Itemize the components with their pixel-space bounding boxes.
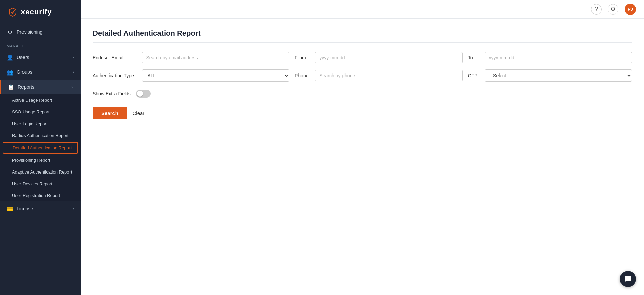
detailed-auth-label: Detailed Authentication Report [13,145,72,150]
page-title: Detailed Authentication Report [93,29,632,43]
user-login-label: User Login Report [12,121,48,126]
sidebar-item-license-label: License [17,206,33,211]
sidebar-item-reports[interactable]: 📋 Reports ∨ [0,80,81,94]
main-area: ? ⚙ PJ Detailed Authentication Report En… [81,0,644,295]
content-area: Detailed Authentication Report Enduser E… [81,19,644,295]
show-extra-fields-toggle-wrapper[interactable] [136,90,151,98]
show-extra-fields-label: Show Extra Fields [93,91,131,96]
from-date-input[interactable] [315,52,462,63]
chevron-right-icon-groups: › [73,70,74,75]
search-button[interactable]: Search [93,107,127,119]
sidebar-sub-sso-usage[interactable]: SSO Usage Report [0,106,81,118]
phone-label: Phone: [295,73,310,78]
provisioning-icon: ⚙ [7,29,13,35]
settings-button[interactable]: ⚙ [608,4,618,15]
sidebar-item-reports-label: Reports [18,84,34,90]
phone-input[interactable] [315,70,462,81]
radius-auth-label: Radius Authentication Report [12,133,68,138]
help-button[interactable]: ? [591,4,602,15]
extra-fields-row: Show Extra Fields [93,90,632,98]
chevron-down-icon-reports: ∨ [71,85,74,89]
chat-icon [624,275,632,283]
sidebar-sub-active-usage[interactable]: Active Usage Report [0,94,81,106]
sidebar-sub-radius-auth[interactable]: Radius Authentication Report [0,130,81,141]
brand-logo-icon [7,6,19,18]
logo-area: xecurify [0,0,81,24]
toggle-label[interactable] [136,90,151,98]
user-avatar[interactable]: PJ [625,4,636,15]
auth-type-select[interactable]: ALL PASSWORD OTP TOTP [142,69,289,82]
sidebar-sub-user-devices[interactable]: User Devices Report [0,178,81,190]
search-form: Enduser Email: From: To: Authentication … [93,52,632,82]
sidebar-item-groups[interactable]: 👥 Groups › [0,65,81,80]
otp-label: OTP: [468,73,479,78]
sidebar-sub-adaptive-auth[interactable]: Adaptive Authentication Report [0,166,81,178]
adaptive-auth-label: Adaptive Authentication Report [12,169,72,175]
active-usage-label: Active Usage Report [12,98,52,103]
sidebar-item-provisioning[interactable]: ⚙ Provisioning [0,24,81,39]
to-date-input[interactable] [485,52,632,63]
to-label: To: [468,55,479,60]
user-registration-label: User Registration Report [12,193,60,198]
sidebar-sub-user-registration[interactable]: User Registration Report [0,190,81,201]
sidebar-item-license[interactable]: 💳 License › [0,201,81,216]
sidebar-sub-user-login[interactable]: User Login Report [0,118,81,130]
chevron-right-icon-license: › [73,206,74,211]
groups-icon: 👥 [7,69,13,76]
sso-usage-label: SSO Usage Report [12,109,49,114]
clear-button[interactable]: Clear [129,107,149,119]
sidebar-item-provisioning-label: Provisioning [17,29,42,35]
auth-type-label: Authentication Type : [93,73,137,78]
otp-select[interactable]: - Select - YES NO [485,69,632,82]
chat-bubble-button[interactable] [620,271,636,287]
chevron-right-icon: › [73,55,74,60]
user-devices-label: User Devices Report [12,181,52,186]
license-icon: 💳 [7,205,13,212]
sidebar-sub-detailed-auth[interactable]: Detailed Authentication Report [3,142,78,154]
enduser-email-input[interactable] [142,52,289,63]
sidebar: xecurify ⚙ Provisioning Manage 👤 Users ›… [0,0,81,295]
toggle-slider [136,90,151,98]
provisioning-report-label: Provisioning Report [12,158,50,163]
action-buttons: Search Clear [93,107,632,119]
sidebar-sub-provisioning-report[interactable]: Provisioning Report [0,154,81,166]
reports-icon: 📋 [8,84,14,90]
enduser-email-label: Enduser Email: [93,55,137,60]
brand-name: xecurify [21,8,52,16]
sidebar-item-users-label: Users [17,55,29,60]
manage-label: Manage [0,39,81,50]
from-label: From: [295,55,310,60]
sidebar-item-users[interactable]: 👤 Users › [0,50,81,65]
topbar: ? ⚙ PJ [81,0,644,19]
users-icon: 👤 [7,54,13,61]
sidebar-item-groups-label: Groups [17,69,32,75]
reports-submenu: Active Usage Report SSO Usage Report Use… [0,94,81,201]
